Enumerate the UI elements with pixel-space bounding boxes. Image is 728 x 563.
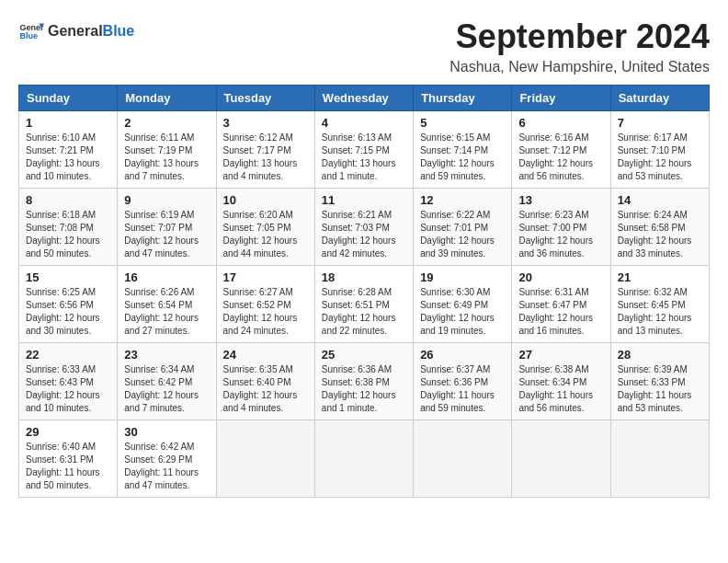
logo-blue-text: Blue — [103, 23, 135, 39]
day-number: 21 — [618, 270, 702, 284]
calendar-cell: 28Sunrise: 6:39 AM Sunset: 6:33 PM Dayli… — [610, 342, 709, 419]
calendar-cell: 6Sunrise: 6:16 AM Sunset: 7:12 PM Daylig… — [512, 110, 610, 188]
location-subtitle: Nashua, New Hampshire, United States — [449, 59, 710, 75]
calendar-cell: 17Sunrise: 6:27 AM Sunset: 6:52 PM Dayli… — [216, 265, 314, 342]
day-info: Sunrise: 6:19 AM Sunset: 7:07 PM Dayligh… — [124, 209, 209, 260]
day-number: 17 — [223, 270, 308, 284]
day-number: 27 — [518, 348, 603, 362]
day-info: Sunrise: 6:25 AM Sunset: 6:56 PM Dayligh… — [26, 286, 110, 338]
calendar-cell: 24Sunrise: 6:35 AM Sunset: 6:40 PM Dayli… — [216, 342, 314, 419]
day-number: 30 — [124, 425, 209, 439]
day-number: 16 — [124, 270, 209, 284]
title-area: September 2024 Nashua, New Hampshire, Un… — [449, 18, 710, 75]
calendar-week-row: 8Sunrise: 6:18 AM Sunset: 7:08 PM Daylig… — [19, 188, 710, 265]
day-number: 2 — [124, 116, 209, 130]
day-info: Sunrise: 6:17 AM Sunset: 7:10 PM Dayligh… — [618, 132, 702, 183]
day-info: Sunrise: 6:31 AM Sunset: 6:47 PM Dayligh… — [518, 286, 603, 338]
day-info: Sunrise: 6:26 AM Sunset: 6:54 PM Dayligh… — [124, 286, 209, 338]
calendar-cell: 3Sunrise: 6:12 AM Sunset: 7:17 PM Daylig… — [216, 110, 314, 188]
calendar-cell: 8Sunrise: 6:18 AM Sunset: 7:08 PM Daylig… — [19, 188, 118, 265]
day-info: Sunrise: 6:12 AM Sunset: 7:17 PM Dayligh… — [223, 132, 308, 183]
month-title: September 2024 — [449, 18, 710, 55]
calendar-cell: 5Sunrise: 6:15 AM Sunset: 7:14 PM Daylig… — [414, 110, 512, 188]
header-friday: Friday — [512, 85, 610, 110]
day-number: 24 — [223, 348, 308, 362]
calendar-cell: 27Sunrise: 6:38 AM Sunset: 6:34 PM Dayli… — [512, 342, 610, 419]
day-number: 22 — [26, 348, 110, 362]
calendar-cell: 1Sunrise: 6:10 AM Sunset: 7:21 PM Daylig… — [19, 110, 118, 188]
day-info: Sunrise: 6:11 AM Sunset: 7:19 PM Dayligh… — [124, 132, 209, 183]
day-info: Sunrise: 6:34 AM Sunset: 6:42 PM Dayligh… — [124, 363, 209, 415]
calendar-cell — [216, 419, 314, 497]
day-info: Sunrise: 6:18 AM Sunset: 7:08 PM Dayligh… — [26, 209, 110, 260]
day-info: Sunrise: 6:33 AM Sunset: 6:43 PM Dayligh… — [26, 363, 110, 415]
day-info: Sunrise: 6:39 AM Sunset: 6:33 PM Dayligh… — [618, 363, 702, 415]
header-monday: Monday — [118, 85, 216, 110]
header-tuesday: Tuesday — [216, 85, 314, 110]
day-info: Sunrise: 6:21 AM Sunset: 7:03 PM Dayligh… — [322, 209, 406, 260]
calendar-cell — [314, 419, 413, 497]
calendar-week-row: 15Sunrise: 6:25 AM Sunset: 6:56 PM Dayli… — [19, 265, 710, 342]
calendar-header-row: SundayMondayTuesdayWednesdayThursdayFrid… — [19, 85, 710, 110]
calendar-week-row: 22Sunrise: 6:33 AM Sunset: 6:43 PM Dayli… — [19, 342, 710, 419]
day-info: Sunrise: 6:13 AM Sunset: 7:15 PM Dayligh… — [322, 132, 406, 183]
svg-text:Blue: Blue — [19, 31, 38, 40]
day-info: Sunrise: 6:24 AM Sunset: 6:58 PM Dayligh… — [618, 209, 702, 260]
day-info: Sunrise: 6:36 AM Sunset: 6:38 PM Dayligh… — [322, 363, 406, 415]
calendar-week-row: 1Sunrise: 6:10 AM Sunset: 7:21 PM Daylig… — [19, 110, 710, 188]
logo-icon: General Blue — [18, 18, 44, 44]
day-number: 14 — [618, 193, 702, 207]
calendar-cell: 16Sunrise: 6:26 AM Sunset: 6:54 PM Dayli… — [118, 265, 216, 342]
header-sunday: Sunday — [19, 85, 118, 110]
day-number: 23 — [124, 348, 209, 362]
logo-general-text: General — [48, 23, 103, 39]
day-info: Sunrise: 6:15 AM Sunset: 7:14 PM Dayligh… — [420, 132, 505, 183]
day-number: 7 — [618, 116, 702, 130]
day-number: 3 — [223, 116, 308, 130]
day-number: 13 — [518, 193, 603, 207]
day-info: Sunrise: 6:35 AM Sunset: 6:40 PM Dayligh… — [223, 363, 308, 415]
day-number: 11 — [322, 193, 406, 207]
day-info: Sunrise: 6:10 AM Sunset: 7:21 PM Dayligh… — [26, 132, 110, 183]
day-info: Sunrise: 6:37 AM Sunset: 6:36 PM Dayligh… — [420, 363, 505, 415]
calendar-cell: 15Sunrise: 6:25 AM Sunset: 6:56 PM Dayli… — [19, 265, 118, 342]
calendar-cell: 12Sunrise: 6:22 AM Sunset: 7:01 PM Dayli… — [414, 188, 512, 265]
day-info: Sunrise: 6:27 AM Sunset: 6:52 PM Dayligh… — [223, 286, 308, 338]
day-info: Sunrise: 6:30 AM Sunset: 6:49 PM Dayligh… — [420, 286, 505, 338]
day-number: 4 — [322, 116, 406, 130]
day-number: 1 — [26, 116, 110, 130]
day-number: 26 — [420, 348, 505, 362]
day-number: 20 — [518, 270, 603, 284]
calendar-cell: 25Sunrise: 6:36 AM Sunset: 6:38 PM Dayli… — [314, 342, 413, 419]
calendar-cell: 14Sunrise: 6:24 AM Sunset: 6:58 PM Dayli… — [610, 188, 709, 265]
calendar-cell: 13Sunrise: 6:23 AM Sunset: 7:00 PM Dayli… — [512, 188, 610, 265]
day-info: Sunrise: 6:40 AM Sunset: 6:31 PM Dayligh… — [26, 441, 110, 492]
day-number: 12 — [420, 193, 505, 207]
day-number: 18 — [322, 270, 406, 284]
day-info: Sunrise: 6:38 AM Sunset: 6:34 PM Dayligh… — [518, 363, 603, 415]
calendar-cell: 19Sunrise: 6:30 AM Sunset: 6:49 PM Dayli… — [414, 265, 512, 342]
header-saturday: Saturday — [610, 85, 709, 110]
calendar-cell: 26Sunrise: 6:37 AM Sunset: 6:36 PM Dayli… — [414, 342, 512, 419]
day-info: Sunrise: 6:42 AM Sunset: 6:29 PM Dayligh… — [124, 441, 209, 492]
calendar-cell: 30Sunrise: 6:42 AM Sunset: 6:29 PM Dayli… — [118, 419, 216, 497]
calendar-cell: 18Sunrise: 6:28 AM Sunset: 6:51 PM Dayli… — [314, 265, 413, 342]
calendar-table: SundayMondayTuesdayWednesdayThursdayFrid… — [18, 85, 710, 498]
calendar-cell: 22Sunrise: 6:33 AM Sunset: 6:43 PM Dayli… — [19, 342, 118, 419]
day-number: 15 — [26, 270, 110, 284]
day-number: 25 — [322, 348, 406, 362]
header-wednesday: Wednesday — [314, 85, 413, 110]
calendar-cell: 11Sunrise: 6:21 AM Sunset: 7:03 PM Dayli… — [314, 188, 413, 265]
calendar-cell: 21Sunrise: 6:32 AM Sunset: 6:45 PM Dayli… — [610, 265, 709, 342]
calendar-cell: 29Sunrise: 6:40 AM Sunset: 6:31 PM Dayli… — [19, 419, 118, 497]
day-number: 19 — [420, 270, 505, 284]
day-number: 6 — [518, 116, 603, 130]
header-thursday: Thursday — [414, 85, 512, 110]
day-number: 29 — [26, 425, 110, 439]
day-info: Sunrise: 6:22 AM Sunset: 7:01 PM Dayligh… — [420, 209, 505, 260]
day-number: 10 — [223, 193, 308, 207]
day-number: 5 — [420, 116, 505, 130]
day-number: 8 — [26, 193, 110, 207]
header: General Blue GeneralBlue September 2024 … — [18, 18, 710, 75]
logo: General Blue GeneralBlue — [18, 18, 134, 44]
